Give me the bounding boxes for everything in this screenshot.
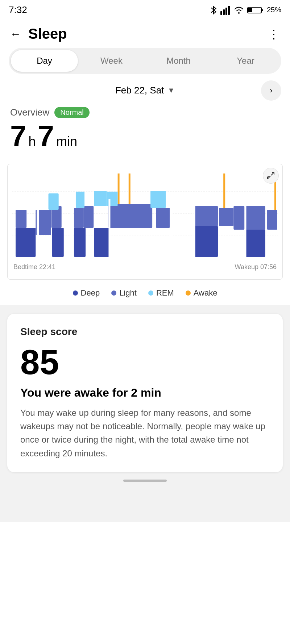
- awake-summary: You were awake for 2 min: [20, 386, 270, 400]
- legend-deep: Deep: [73, 288, 100, 298]
- status-bar: 7:32 25%: [0, 0, 290, 18]
- overview-label: Overview: [10, 107, 49, 118]
- date-forward-button[interactable]: ›: [261, 80, 281, 101]
- svg-rect-40: [76, 192, 84, 208]
- chevron-right-icon: ›: [270, 86, 272, 95]
- overview-header: Overview Normal: [10, 107, 280, 118]
- svg-rect-45: [71, 202, 73, 257]
- sleep-minutes-number: 7: [38, 122, 54, 151]
- svg-rect-38: [267, 210, 277, 230]
- tab-year[interactable]: Year: [212, 50, 279, 72]
- svg-rect-3: [228, 6, 230, 15]
- svg-rect-1: [223, 9, 225, 15]
- battery-icon: [247, 6, 264, 14]
- legend-awake: Awake: [186, 288, 218, 298]
- awake-detail: You may wake up during sleep for many re…: [20, 406, 270, 460]
- sleep-chart-svg: [12, 170, 278, 260]
- bedtime-label: Bedtime 22:41: [13, 263, 55, 271]
- signal-icon: [220, 5, 231, 15]
- bluetooth-icon: [210, 5, 218, 15]
- chart-times: Bedtime 22:41 Wakeup 07:56: [12, 262, 278, 271]
- tab-day[interactable]: Day: [11, 50, 78, 72]
- svg-rect-23: [74, 228, 86, 257]
- page-title: Sleep: [28, 26, 67, 42]
- svg-rect-0: [220, 11, 222, 15]
- legend-deep-label: Deep: [81, 288, 100, 298]
- svg-rect-49: [244, 199, 246, 260]
- bottom-handle: [7, 472, 283, 485]
- date-display[interactable]: Feb 22, Sat ▼: [115, 85, 175, 96]
- sleep-hours-number: 7: [10, 122, 26, 151]
- svg-rect-39: [49, 193, 59, 210]
- sleep-hours-unit: h: [29, 134, 36, 149]
- svg-rect-31: [83, 206, 94, 228]
- svg-rect-41: [94, 191, 107, 206]
- overview-section: Overview Normal 7 h 7 min: [0, 103, 290, 164]
- svg-rect-30: [74, 208, 83, 228]
- sleep-score-number: 85: [20, 345, 270, 380]
- svg-rect-21: [16, 228, 36, 257]
- svg-rect-7: [248, 8, 252, 12]
- date-chevron-icon: ▼: [167, 86, 175, 95]
- tab-bar: Day Week Month Year: [9, 48, 281, 74]
- header: ← Sleep ⋮: [0, 18, 290, 48]
- sleep-minutes-unit: min: [56, 134, 77, 149]
- legend-rem: REM: [148, 288, 174, 298]
- awake-dot: [186, 290, 191, 296]
- svg-rect-36: [233, 206, 244, 230]
- header-left: ← Sleep: [10, 26, 67, 42]
- deep-dot: [73, 290, 78, 296]
- sleep-score-card: Sleep score 85 You were awake for 2 min …: [7, 314, 283, 472]
- svg-rect-19: [223, 173, 225, 210]
- svg-rect-43: [150, 191, 166, 208]
- back-button[interactable]: ←: [10, 28, 21, 40]
- svg-rect-24: [94, 228, 109, 257]
- gray-section: Sleep score 85 You were awake for 2 min …: [0, 305, 290, 522]
- sleep-duration: 7 h 7 min: [10, 122, 280, 151]
- tab-week[interactable]: Week: [78, 50, 145, 72]
- svg-rect-22: [52, 228, 64, 257]
- svg-rect-2: [225, 8, 227, 15]
- battery-percentage: 25%: [267, 6, 281, 14]
- svg-rect-47: [170, 202, 173, 257]
- legend-awake-label: Awake: [194, 288, 218, 298]
- light-dot: [111, 290, 116, 296]
- svg-rect-42: [107, 192, 117, 206]
- svg-line-10: [271, 172, 274, 175]
- expand-icon: [267, 172, 275, 180]
- wakeup-label: Wakeup 07:56: [235, 263, 277, 271]
- svg-rect-35: [219, 208, 233, 226]
- handle-bar: [123, 480, 167, 482]
- svg-rect-44: [37, 202, 39, 257]
- svg-point-4: [238, 12, 240, 14]
- status-icons: 25%: [210, 5, 281, 15]
- svg-rect-6: [261, 9, 263, 11]
- legend-light: Light: [111, 288, 137, 298]
- svg-rect-48: [194, 199, 195, 260]
- more-menu-button[interactable]: ⋮: [268, 27, 280, 41]
- svg-rect-25: [194, 226, 218, 257]
- tab-month[interactable]: Month: [145, 50, 212, 72]
- chart-expand-button[interactable]: [263, 168, 279, 184]
- rem-dot: [148, 290, 153, 296]
- date-label: Feb 22, Sat: [115, 85, 164, 96]
- svg-rect-34: [194, 206, 218, 226]
- svg-rect-27: [16, 210, 26, 228]
- wifi-icon: [233, 5, 244, 15]
- sleep-chart: Bedtime 22:41 Wakeup 07:56: [7, 164, 283, 280]
- legend-light-label: Light: [119, 288, 137, 298]
- svg-rect-32: [108, 204, 152, 228]
- svg-rect-46: [108, 199, 110, 260]
- legend-rem-label: REM: [156, 288, 174, 298]
- status-time: 7:32: [9, 4, 27, 16]
- sleep-score-title: Sleep score: [20, 326, 270, 338]
- status-badge: Normal: [54, 107, 89, 118]
- date-selector: Feb 22, Sat ▼ ›: [0, 81, 290, 103]
- sleep-legend: Deep Light REM Awake: [0, 283, 290, 305]
- svg-rect-26: [245, 230, 265, 257]
- svg-rect-33: [156, 208, 170, 228]
- svg-rect-37: [245, 206, 265, 230]
